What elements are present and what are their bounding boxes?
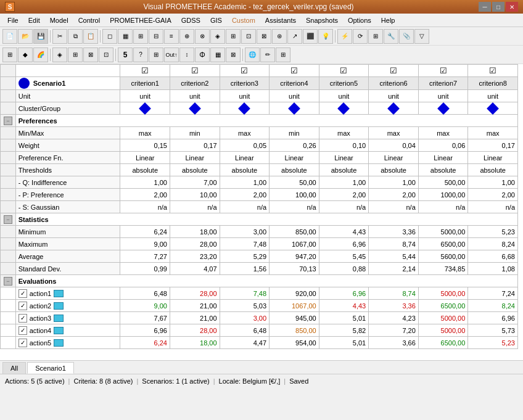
tb5[interactable]: ⊞	[133, 29, 148, 44]
action5-cell[interactable]: action5	[15, 337, 120, 349]
tb7[interactable]: ≡	[164, 29, 179, 44]
menu-assistants[interactable]: Assistants	[260, 15, 301, 25]
thresh-c6[interactable]: absolute	[369, 164, 419, 176]
preferfn-c1[interactable]: Linear	[120, 152, 170, 164]
tb15[interactable]: ↗	[287, 29, 302, 44]
tb2-11[interactable]: Out↑	[164, 47, 179, 62]
tb20[interactable]: ⊞	[368, 29, 383, 44]
tb2-4[interactable]: ◈	[52, 47, 67, 62]
save-button[interactable]: 💾	[33, 29, 48, 44]
weight-c3[interactable]: 0,05	[220, 139, 270, 152]
tb2-10[interactable]: ⊞	[149, 47, 163, 62]
thresh-c3[interactable]: absolute	[220, 164, 270, 176]
a5-c1[interactable]: 6,24	[120, 337, 170, 349]
tb2-2[interactable]: ◆	[18, 47, 33, 62]
menu-options[interactable]: Options	[343, 15, 376, 25]
a3-c4[interactable]: 945,00	[270, 312, 319, 324]
tb18[interactable]: ⚡	[337, 29, 352, 44]
paste-button[interactable]: 📋	[83, 29, 98, 44]
tb9[interactable]: ⊗	[195, 29, 210, 44]
a5-c7[interactable]: 6500,00	[418, 337, 468, 349]
main-table-area[interactable]: ☑ ☑ ☑ ☑ ☑ ☑ ☑ ☑ Scenario1 criterion1	[0, 64, 523, 360]
tb2-6[interactable]: ⊠	[83, 47, 98, 62]
crit2-header[interactable]: criterion2	[170, 77, 220, 90]
tb2-9[interactable]: ?	[133, 47, 148, 62]
copy-button[interactable]: ⧉	[68, 29, 83, 44]
cluster-c6[interactable]	[369, 102, 419, 115]
a3-c6[interactable]: 4,23	[369, 312, 419, 324]
preferfn-c7[interactable]: Linear	[418, 152, 468, 164]
tb2-14[interactable]: ▦	[210, 47, 225, 62]
a3-c8[interactable]: 6,96	[468, 312, 518, 324]
a1-c5[interactable]: 6,96	[319, 287, 369, 300]
weight-c1[interactable]: 0,15	[120, 139, 170, 152]
cluster-c7[interactable]	[418, 102, 468, 115]
a4-c4[interactable]: 850,00	[270, 324, 319, 337]
a1-c8[interactable]: 7,24	[468, 287, 518, 300]
a5-c4[interactable]: 954,00	[270, 337, 319, 349]
preferfn-c4[interactable]: Linear	[270, 152, 319, 164]
thresh-c5[interactable]: absolute	[319, 164, 369, 176]
a4-c8[interactable]: 5,73	[468, 324, 518, 337]
tb8[interactable]: ⊕	[179, 29, 194, 44]
collapse-stats-cell[interactable]: −	[1, 213, 16, 226]
minimize-button[interactable]: ─	[479, 2, 491, 12]
tb16[interactable]: ⬛	[303, 29, 318, 44]
a2-c3[interactable]: 5,03	[220, 300, 270, 312]
tb12[interactable]: ⊡	[241, 29, 256, 44]
weight-c2[interactable]: 0,17	[170, 139, 220, 152]
a4-c7[interactable]: 5000,00	[418, 324, 468, 337]
tab-all[interactable]: All	[2, 362, 26, 374]
q-c2[interactable]: 7,00	[170, 176, 220, 189]
a2-c8[interactable]: 8,24	[468, 300, 518, 312]
cluster-c4[interactable]	[270, 102, 319, 115]
check-c6[interactable]: ☑	[369, 65, 419, 77]
a3-c1[interactable]: 7,67	[120, 312, 170, 324]
open-button[interactable]: 📂	[18, 29, 33, 44]
collapse-pref-cell[interactable]: −	[1, 115, 16, 127]
tb11[interactable]: ⊞	[226, 29, 241, 44]
action5-color[interactable]	[54, 339, 64, 347]
p-c4[interactable]: 100,00	[270, 189, 319, 201]
menu-gdss[interactable]: GDSS	[176, 15, 205, 25]
a1-c3[interactable]: 7,48	[220, 287, 270, 300]
weight-c7[interactable]: 0,06	[418, 139, 468, 152]
scenario-name-cell[interactable]: Scenario1	[15, 77, 120, 90]
a3-c7[interactable]: 5000,00	[418, 312, 468, 324]
tb3[interactable]: ◻	[102, 29, 117, 44]
p-c1[interactable]: 2,00	[120, 189, 170, 201]
menu-gis[interactable]: GIS	[205, 15, 227, 25]
q-c6[interactable]: 1,00	[369, 176, 419, 189]
tb14[interactable]: ⊛	[272, 29, 287, 44]
action4-cell[interactable]: action4	[15, 324, 120, 337]
action4-checkbox[interactable]	[19, 326, 27, 335]
tb2-18[interactable]: ⊞	[276, 47, 290, 62]
tb2-3[interactable]: 🌈	[33, 47, 48, 62]
menu-snapshots[interactable]: Snapshots	[301, 15, 343, 25]
new-button[interactable]: 📄	[2, 29, 17, 44]
cluster-c8[interactable]	[468, 102, 518, 115]
a5-c6[interactable]: 3,66	[369, 337, 419, 349]
menu-edit[interactable]: Edit	[23, 15, 45, 25]
q-c5[interactable]: 1,00	[319, 176, 369, 189]
cluster-c5[interactable]	[319, 102, 369, 115]
check-c8[interactable]: ☑	[468, 65, 518, 77]
a4-c6[interactable]: 7,20	[369, 324, 419, 337]
weight-c4[interactable]: 0,26	[270, 139, 319, 152]
crit7-header[interactable]: criterion7	[418, 77, 468, 90]
tb2-13[interactable]: Φ	[195, 47, 210, 62]
menu-custom[interactable]: Custom	[227, 15, 260, 25]
cut-button[interactable]: ✂	[52, 29, 67, 44]
a2-c5[interactable]: 4,43	[319, 300, 369, 312]
p-c3[interactable]: 2,00	[220, 189, 270, 201]
p-c5[interactable]: 2,00	[319, 189, 369, 201]
close-button[interactable]: ✕	[506, 2, 518, 12]
a1-c1[interactable]: 6,48	[120, 287, 170, 300]
tab-scenario1[interactable]: Scenario1	[27, 362, 74, 374]
action3-color[interactable]	[54, 315, 64, 322]
action1-cell[interactable]: action1	[15, 287, 120, 300]
a2-c1[interactable]: 9,00	[120, 300, 170, 312]
a2-c4[interactable]: 1067,00	[270, 300, 319, 312]
a4-c2[interactable]: 28,00	[170, 324, 220, 337]
thresh-c2[interactable]: absolute	[170, 164, 220, 176]
